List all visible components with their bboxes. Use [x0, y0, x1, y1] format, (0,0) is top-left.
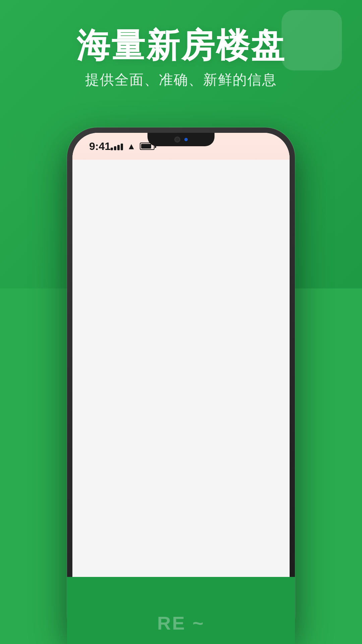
phone-outer: 9:41 ▲	[67, 127, 295, 644]
status-time: 9:41	[89, 140, 111, 153]
phone-mockup: 9:41 ▲	[67, 127, 295, 644]
hero-title: 海量新房楼盘	[0, 27, 362, 64]
re-watermark: RE ~	[157, 612, 205, 634]
bottom-green-area	[67, 577, 295, 644]
signal-bar-2	[114, 146, 116, 150]
hero-section: 海量新房楼盘 提供全面、准确、新鲜的信息	[0, 27, 362, 89]
signal-bar-4	[121, 144, 123, 150]
battery-icon	[140, 143, 155, 150]
signal-bar-3	[117, 145, 120, 150]
status-icons: ▲	[111, 141, 155, 152]
battery-fill	[141, 144, 152, 149]
notch	[147, 133, 215, 146]
signal-bars	[111, 142, 123, 150]
wifi-icon: ▲	[127, 141, 136, 152]
hero-subtitle: 提供全面、准确、新鲜的信息	[0, 70, 362, 89]
phone-inner: 9:41 ▲	[72, 133, 290, 639]
status-bar: 9:41 ▲	[72, 133, 290, 160]
camera-cutout	[174, 137, 180, 143]
sensor-dot	[184, 138, 188, 141]
signal-bar-1	[111, 148, 113, 150]
